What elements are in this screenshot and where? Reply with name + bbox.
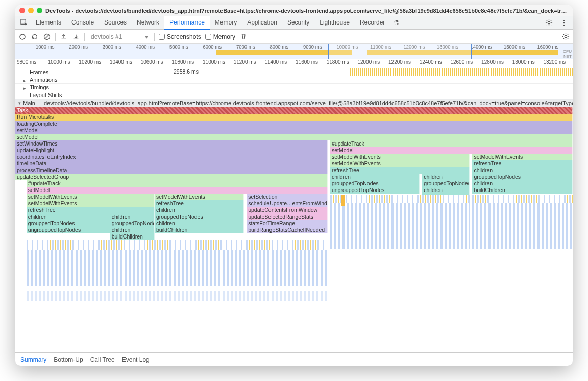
flame-bar[interactable]: setModel: [330, 147, 573, 154]
load-icon[interactable]: [60, 33, 68, 41]
flame-bar[interactable]: setModelWithEvents: [27, 200, 155, 207]
minimize-icon[interactable]: [28, 8, 34, 13]
flame-bar[interactable]: children: [155, 207, 244, 213]
flame-bar[interactable]: setSelection: [247, 194, 327, 200]
flame-bar[interactable]: timelineData: [15, 160, 328, 167]
overview-tick: 7000 ms: [236, 44, 270, 50]
panel-settings-icon[interactable]: [561, 33, 570, 41]
flame-bar[interactable]: #updateTrack: [330, 140, 573, 147]
flame-bar[interactable]: setModel: [15, 127, 573, 134]
tab-sources[interactable]: Sources: [99, 16, 132, 30]
flame-bar[interactable]: updateContentsFromWindow: [247, 207, 327, 213]
reload-icon[interactable]: [31, 33, 39, 41]
flame-bar[interactable]: grouppedTopNodes: [155, 213, 244, 220]
flame-bar[interactable]: grouppedTopNodes: [110, 220, 155, 227]
flame-bar[interactable]: grouppedTopNodes: [472, 174, 573, 180]
record-icon[interactable]: [18, 33, 27, 41]
timeline-overview[interactable]: 1000 ms2000 ms3000 ms4000 ms5000 ms6000 …: [15, 44, 573, 59]
settings-icon[interactable]: [542, 17, 555, 29]
flame-bar[interactable]: ungrouppedTopNodes: [27, 227, 110, 233]
flame-bar[interactable]: setModel: [27, 187, 328, 194]
flame-bar[interactable]: #updateTrack: [27, 180, 328, 187]
flame-bar[interactable]: setModelWithEvents: [330, 160, 470, 167]
overview-tick: 15000 ms: [504, 44, 537, 50]
flame-chart[interactable]: TaskRun MicrotasksloadingCompletesetMode…: [15, 107, 573, 332]
tab-recorder[interactable]: Recorder: [355, 16, 390, 30]
flame-bar[interactable]: children: [422, 187, 470, 194]
save-icon[interactable]: [72, 33, 80, 41]
tab-memory[interactable]: Memory: [210, 16, 242, 30]
flame-bar[interactable]: children: [110, 227, 155, 233]
layout-shifts-track[interactable]: Layout Shifts: [15, 91, 573, 99]
flame-bar[interactable]: refreshTree: [330, 167, 470, 174]
close-icon[interactable]: [19, 8, 25, 13]
maximize-icon[interactable]: [37, 8, 42, 13]
tab-network[interactable]: Network: [132, 16, 164, 30]
flame-bar[interactable]: grouppedTopNodes: [27, 220, 110, 227]
flame-bar[interactable]: setModel: [15, 134, 573, 140]
flame-bar[interactable]: updateSelectedGroup: [15, 174, 328, 180]
tab-elements[interactable]: Elements: [31, 16, 66, 30]
flame-bar[interactable]: loadingComplete: [15, 121, 573, 127]
target-select[interactable]: devtools #1▾: [89, 33, 150, 41]
flame-bar[interactable]: setModelWithEvents: [472, 154, 573, 160]
flame-bar[interactable]: children: [110, 213, 155, 220]
flame-bar[interactable]: children: [330, 174, 420, 180]
flame-bar[interactable]: refreshTree: [27, 207, 155, 213]
flame-bar[interactable]: children: [155, 220, 244, 227]
ruler-tick: 12600 ms: [449, 59, 480, 68]
flame-bar[interactable]: setWindowTimes: [15, 140, 328, 147]
flame-bar[interactable]: children: [422, 174, 470, 180]
flame-bar[interactable]: children: [472, 180, 573, 187]
ruler-tick: 12800 ms: [480, 59, 511, 68]
main-thread-header[interactable]: ▾ Main — devtools://devtools/bundled/dev…: [15, 99, 573, 107]
flame-bar[interactable]: coordinatesToEntryIndex: [15, 154, 328, 160]
flame-bar[interactable]: refreshTree: [155, 200, 244, 207]
tab-console[interactable]: Console: [66, 16, 99, 30]
inspect-icon[interactable]: [17, 17, 31, 29]
collapse-icon[interactable]: ▾: [18, 101, 21, 106]
flame-bar[interactable]: ungrouppedTopNodes: [330, 187, 420, 194]
flame-bar[interactable]: scheduleUpdate…entsFromWindow: [247, 200, 327, 207]
layout-shifts-label: Layout Shifts: [30, 92, 62, 98]
flame-bar[interactable]: updateSelectedRangeStats: [247, 213, 327, 220]
expand-icon[interactable]: ▸: [23, 78, 26, 83]
flame-bar[interactable]: buildChildren: [110, 233, 155, 240]
flame-bar[interactable]: setModelWithEvents: [330, 154, 470, 160]
flame-bar[interactable]: setModelWithEvents: [27, 194, 155, 200]
trash-icon[interactable]: [239, 33, 248, 41]
timings-track[interactable]: ▸Timings: [15, 84, 573, 91]
clear-icon[interactable]: [43, 33, 51, 41]
more-icon[interactable]: [557, 17, 571, 29]
details-tab-call-tree[interactable]: Call Tree: [90, 356, 115, 363]
tab-application[interactable]: Application: [242, 16, 282, 30]
flame-bar[interactable]: buildRangeStatsCacheIfNeeded: [247, 227, 327, 233]
details-tab-summary[interactable]: Summary: [20, 356, 46, 363]
expand-icon[interactable]: ▸: [23, 86, 26, 91]
ruler-tick: 10000 ms: [46, 59, 78, 68]
flame-bar[interactable]: grouppedTopNodes: [422, 180, 470, 187]
details-tab-event-log[interactable]: Event Log: [122, 356, 150, 363]
tab-security[interactable]: Security: [282, 16, 314, 30]
flame-bar[interactable]: children: [472, 167, 573, 174]
flame-bar[interactable]: buildChildren: [472, 187, 573, 194]
tab-performance[interactable]: Performance: [164, 16, 210, 30]
flame-bar[interactable]: grouppedTopNodes: [330, 180, 420, 187]
flame-bar[interactable]: statsForTimeRange: [247, 220, 327, 227]
flame-bar[interactable]: Run Microtasks: [15, 114, 573, 121]
flame-bar[interactable]: refreshTree: [472, 160, 573, 167]
screenshots-checkbox[interactable]: Screenshots: [159, 33, 201, 40]
flame-bar[interactable]: buildChildren: [155, 227, 244, 233]
experiment-icon: ⚗: [390, 17, 403, 29]
flame-bar[interactable]: processTimelineData: [15, 167, 328, 174]
frames-track[interactable]: Frames 2958.6 ms: [15, 68, 573, 76]
memory-checkbox[interactable]: Memory: [205, 33, 235, 40]
details-tab-bottom-up[interactable]: Bottom-Up: [54, 356, 83, 363]
tab-lighthouse[interactable]: Lighthouse: [314, 16, 355, 30]
flame-bar[interactable]: setModelWithEvents: [155, 194, 244, 200]
flame-bar[interactable]: children: [27, 213, 110, 220]
overview-tick: 6000 ms: [203, 44, 237, 50]
animations-track[interactable]: ▸Animations: [15, 76, 573, 84]
flame-bar[interactable]: updateHighlight: [15, 147, 328, 154]
flame-bar[interactable]: Task: [15, 107, 573, 114]
